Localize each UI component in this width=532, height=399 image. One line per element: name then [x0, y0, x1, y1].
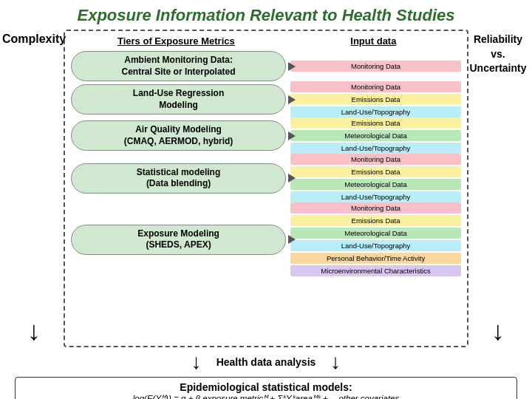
- input-tags-4: Monitoring DataEmissions DataMeteorologi…: [290, 154, 461, 202]
- input-tags-2: Monitoring DataEmissions DataLand-Use/To…: [290, 81, 461, 117]
- col-header-input: Input data: [286, 35, 461, 47]
- reliability-label: Reliabilityvs.Uncertainty: [469, 33, 526, 76]
- tag-monitoring-data: Monitoring Data: [290, 202, 461, 214]
- tier-row-4: Statistical modeling(Data blending)Monit…: [71, 154, 461, 202]
- tag-emissions-data: Emissions Data: [290, 117, 461, 129]
- epi-box: Epidemiological statistical models: log(…: [15, 377, 517, 399]
- bottom-section: ↓ Health data analysis ↓ Epidemiological…: [0, 347, 532, 399]
- tag-land-use/topography: Land-Use/Topography: [290, 191, 461, 202]
- tier-oval-1: Ambient Monitoring Data:Central Site or …: [71, 51, 286, 81]
- tier-row-5: Exposure Modeling(SHEDS, APEX)Monitoring…: [71, 202, 461, 276]
- down-arrow-left: ↓: [27, 318, 41, 344]
- center-diagram: Tiers of Exposure Metrics Input data Amb…: [64, 30, 468, 347]
- input-tags-3: Emissions DataMeteorological DataLand-Us…: [290, 117, 461, 154]
- page-title: Exposure Information Relevant to Health …: [0, 0, 532, 30]
- tier-row-3: Air Quality Modeling(CMAQ, AERMOD, hybri…: [71, 117, 461, 154]
- down-arrow-right: ↓: [491, 318, 505, 344]
- input-tags-5: Monitoring DataEmissions DataMeteorologi…: [290, 202, 461, 276]
- tier-row-1: Ambient Monitoring Data:Central Site or …: [71, 51, 461, 81]
- tag-land-use/topography: Land-Use/Topography: [290, 106, 461, 117]
- tag-monitoring-data: Monitoring Data: [290, 81, 461, 92]
- tier-row-2: Land-Use RegressionModelingMonitoring Da…: [71, 81, 461, 117]
- tag-emissions-data: Emissions Data: [290, 94, 461, 105]
- tag-land-use/topography: Land-Use/Topography: [290, 240, 461, 251]
- right-col: Reliabilityvs.Uncertainty ↓: [468, 30, 528, 347]
- tier-oval-3: Air Quality Modeling(CMAQ, AERMOD, hybri…: [71, 120, 286, 151]
- tier-oval-5: Exposure Modeling(SHEDS, APEX): [71, 225, 286, 255]
- health-arrow-left: ↓: [191, 350, 202, 374]
- epi-formula: log(E(Yᴹ)) = α + β exposure metricᴹ + Σᵏ…: [23, 393, 509, 399]
- tag-monitoring-data: Monitoring Data: [290, 61, 461, 72]
- tag-emissions-data: Emissions Data: [290, 215, 461, 226]
- tag-meteorological-data: Meteorological Data: [290, 130, 461, 141]
- tier-oval-2: Land-Use RegressionModeling: [71, 84, 286, 115]
- health-data-label: Health data analysis: [216, 356, 316, 368]
- tag-meteorological-data: Meteorological Data: [290, 228, 461, 239]
- left-col: Complexity ↓: [4, 30, 64, 347]
- health-arrow-right: ↓: [330, 350, 341, 374]
- input-tags-1: Monitoring Data: [290, 61, 461, 72]
- tag-monitoring-data: Monitoring Data: [290, 154, 461, 165]
- tier-oval-4: Statistical modeling(Data blending): [71, 163, 286, 194]
- tag-microenvironmental-characteristics: Microenvironmental Characteristics: [290, 265, 461, 276]
- epi-title: Epidemiological statistical models:: [23, 381, 509, 393]
- tag-meteorological-data: Meteorological Data: [290, 179, 461, 190]
- complexity-label: Complexity: [2, 33, 66, 46]
- tag-personal-behavior/time-activity: Personal Behavior/Time Activity: [290, 253, 461, 264]
- col-header-tiers: Tiers of Exposure Metrics: [71, 35, 282, 47]
- tag-emissions-data: Emissions Data: [290, 166, 461, 177]
- tag-land-use/topography: Land-Use/Topography: [290, 143, 461, 154]
